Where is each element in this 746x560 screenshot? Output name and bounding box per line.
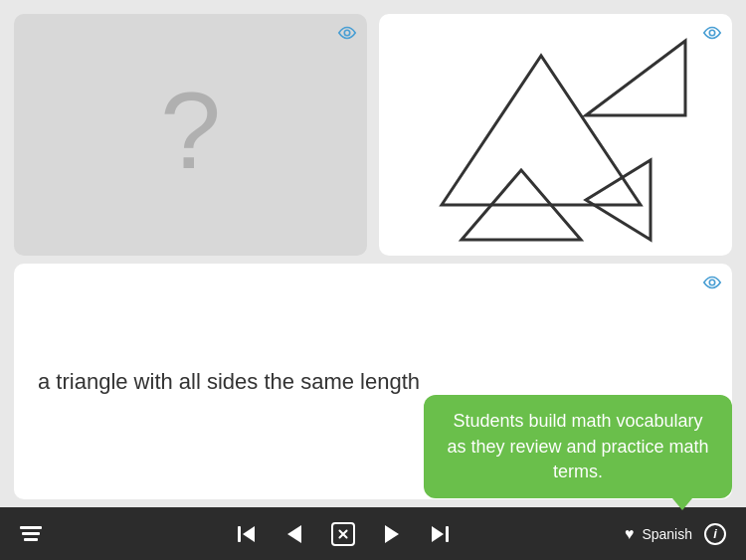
triangles-svg xyxy=(412,26,700,245)
definition-text: a triangle with all sides the same lengt… xyxy=(38,369,420,395)
eye-icon-definition[interactable] xyxy=(702,274,722,294)
svg-marker-3 xyxy=(586,41,685,115)
card-question[interactable]: ? xyxy=(14,14,367,256)
toolbar-left xyxy=(16,522,76,545)
layers-button[interactable] xyxy=(16,522,46,545)
back-button[interactable] xyxy=(281,519,307,549)
svg-point-1 xyxy=(709,30,714,35)
svg-marker-2 xyxy=(442,56,641,205)
toolbar-center xyxy=(232,518,455,550)
skip-forward-button[interactable] xyxy=(425,519,455,549)
svg-marker-8 xyxy=(243,526,255,542)
skip-back-button[interactable] xyxy=(232,519,262,549)
svg-marker-9 xyxy=(287,525,301,543)
toolbar-right: ♥ Spanish i xyxy=(611,519,730,549)
svg-point-0 xyxy=(344,30,349,35)
layers-icon xyxy=(20,526,42,541)
svg-marker-12 xyxy=(432,526,444,542)
tooltip-bubble: Students build math vocabulary as they r… xyxy=(424,395,732,498)
question-mark-symbol: ? xyxy=(160,76,221,185)
eye-icon-question[interactable] xyxy=(337,24,357,45)
toolbar: ♥ Spanish i xyxy=(0,507,746,560)
svg-rect-11 xyxy=(446,526,449,542)
close-button[interactable] xyxy=(327,518,359,550)
top-row: ? xyxy=(0,0,746,264)
spanish-label[interactable]: Spanish xyxy=(642,526,692,542)
svg-rect-7 xyxy=(238,526,241,542)
heart-icon: ♥ xyxy=(625,525,635,543)
info-icon: i xyxy=(704,523,726,545)
tooltip-text: Students build math vocabulary as they r… xyxy=(447,411,708,480)
svg-marker-10 xyxy=(385,525,399,543)
forward-button[interactable] xyxy=(379,519,405,549)
info-button[interactable]: i xyxy=(700,519,730,549)
eye-icon-triangles[interactable] xyxy=(702,24,722,45)
card-triangles[interactable] xyxy=(379,14,732,256)
x-square-icon xyxy=(331,522,355,546)
svg-point-6 xyxy=(709,280,714,284)
